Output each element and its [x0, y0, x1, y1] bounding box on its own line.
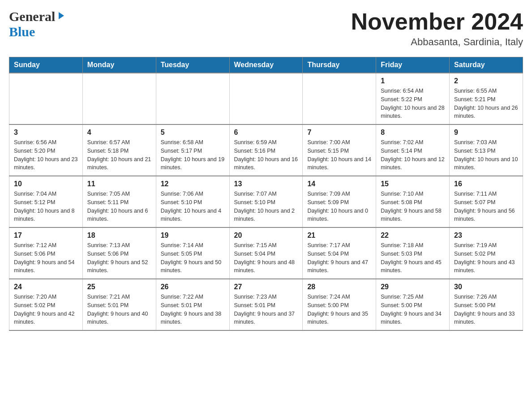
day-number: 21	[307, 231, 371, 240]
day-number: 7	[307, 128, 371, 137]
day-number: 2	[454, 77, 518, 85]
day-info: Sunrise: 7:15 AMSunset: 5:04 PMDaylight:…	[234, 241, 298, 275]
calendar-cell-w1-d1	[9, 73, 83, 124]
calendar-cell-w2-d4: 6Sunrise: 6:59 AMSunset: 5:16 PMDaylight…	[229, 124, 303, 176]
day-number: 23	[454, 231, 518, 240]
day-number: 11	[87, 180, 151, 188]
calendar-cell-w5-d1: 24Sunrise: 7:20 AMSunset: 5:02 PMDayligh…	[9, 279, 83, 330]
day-info: Sunrise: 7:05 AMSunset: 5:11 PMDaylight:…	[87, 190, 151, 223]
day-info: Sunrise: 7:06 AMSunset: 5:10 PMDaylight:…	[161, 190, 225, 223]
calendar-cell-w5-d5: 28Sunrise: 7:24 AMSunset: 5:00 PMDayligh…	[303, 279, 376, 330]
header-monday: Monday	[82, 57, 156, 73]
calendar-cell-w2-d7: 9Sunrise: 7:03 AMSunset: 5:13 PMDaylight…	[450, 124, 523, 176]
day-info: Sunrise: 7:20 AMSunset: 5:02 PMDaylight:…	[14, 293, 78, 326]
day-info: Sunrise: 7:25 AMSunset: 5:00 PMDaylight:…	[381, 293, 445, 326]
day-info: Sunrise: 7:21 AMSunset: 5:01 PMDaylight:…	[87, 293, 151, 326]
calendar-cell-w3-d3: 12Sunrise: 7:06 AMSunset: 5:10 PMDayligh…	[156, 176, 229, 227]
day-info: Sunrise: 7:02 AMSunset: 5:14 PMDaylight:…	[381, 138, 445, 172]
calendar-cell-w1-d7: 2Sunrise: 6:55 AMSunset: 5:21 PMDaylight…	[450, 73, 523, 124]
day-info: Sunrise: 7:14 AMSunset: 5:05 PMDaylight:…	[161, 241, 225, 275]
day-info: Sunrise: 7:22 AMSunset: 5:01 PMDaylight:…	[161, 293, 225, 326]
day-number: 29	[381, 283, 445, 291]
day-number: 5	[161, 128, 225, 137]
day-number: 13	[234, 180, 298, 188]
day-info: Sunrise: 7:13 AMSunset: 5:06 PMDaylight:…	[87, 241, 151, 275]
calendar-cell-w2-d5: 7Sunrise: 7:00 AMSunset: 5:15 PMDaylight…	[303, 124, 376, 176]
day-info: Sunrise: 6:56 AMSunset: 5:20 PMDaylight:…	[14, 138, 78, 172]
calendar-cell-w4-d4: 20Sunrise: 7:15 AMSunset: 5:04 PMDayligh…	[229, 227, 303, 279]
logo-arrow-icon	[56, 11, 66, 22]
calendar-cell-w1-d3	[156, 73, 229, 124]
week-row-3: 10Sunrise: 7:04 AMSunset: 5:12 PMDayligh…	[9, 176, 523, 227]
day-info: Sunrise: 7:11 AMSunset: 5:07 PMDaylight:…	[454, 190, 518, 223]
logo-general: General	[9, 9, 55, 24]
header-sunday: Sunday	[9, 57, 83, 73]
day-number: 3	[14, 128, 78, 137]
logo-blue: Blue	[9, 24, 35, 39]
day-number: 24	[14, 283, 78, 291]
day-info: Sunrise: 7:10 AMSunset: 5:08 PMDaylight:…	[381, 190, 445, 223]
calendar-cell-w2-d1: 3Sunrise: 6:56 AMSunset: 5:20 PMDaylight…	[9, 124, 83, 176]
week-row-4: 17Sunrise: 7:12 AMSunset: 5:06 PMDayligh…	[9, 227, 523, 279]
calendar-cell-w3-d7: 16Sunrise: 7:11 AMSunset: 5:07 PMDayligh…	[450, 176, 523, 227]
day-info: Sunrise: 7:23 AMSunset: 5:01 PMDaylight:…	[234, 293, 298, 326]
calendar-cell-w2-d2: 4Sunrise: 6:57 AMSunset: 5:18 PMDaylight…	[82, 124, 156, 176]
day-info: Sunrise: 7:26 AMSunset: 5:00 PMDaylight:…	[454, 293, 518, 326]
day-info: Sunrise: 7:19 AMSunset: 5:02 PMDaylight:…	[454, 241, 518, 275]
day-number: 19	[161, 231, 225, 240]
logo: General Blue	[9, 9, 66, 39]
calendar-cell-w4-d2: 18Sunrise: 7:13 AMSunset: 5:06 PMDayligh…	[82, 227, 156, 279]
day-number: 22	[381, 231, 445, 240]
day-number: 10	[14, 180, 78, 188]
calendar-cell-w5-d3: 26Sunrise: 7:22 AMSunset: 5:01 PMDayligh…	[156, 279, 229, 330]
day-info: Sunrise: 7:17 AMSunset: 5:04 PMDaylight:…	[307, 241, 371, 275]
day-info: Sunrise: 6:55 AMSunset: 5:21 PMDaylight:…	[454, 87, 518, 120]
day-info: Sunrise: 7:03 AMSunset: 5:13 PMDaylight:…	[454, 138, 518, 172]
day-number: 1	[381, 77, 445, 85]
title-area: November 2024 Abbasanta, Sardinia, Italy	[351, 9, 523, 48]
calendar-cell-w3-d2: 11Sunrise: 7:05 AMSunset: 5:11 PMDayligh…	[82, 176, 156, 227]
header-saturday: Saturday	[450, 57, 523, 73]
calendar-cell-w4-d6: 22Sunrise: 7:18 AMSunset: 5:03 PMDayligh…	[376, 227, 450, 279]
calendar-cell-w2-d6: 8Sunrise: 7:02 AMSunset: 5:14 PMDaylight…	[376, 124, 450, 176]
calendar-cell-w1-d5	[303, 73, 376, 124]
header-thursday: Thursday	[303, 57, 376, 73]
svg-marker-0	[59, 12, 64, 19]
day-number: 28	[307, 283, 371, 291]
calendar-cell-w1-d2	[82, 73, 156, 124]
header-friday: Friday	[376, 57, 450, 73]
calendar-cell-w5-d4: 27Sunrise: 7:23 AMSunset: 5:01 PMDayligh…	[229, 279, 303, 330]
day-number: 17	[14, 231, 78, 240]
calendar-header-row: Sunday Monday Tuesday Wednesday Thursday…	[9, 57, 523, 73]
week-row-1: 1Sunrise: 6:54 AMSunset: 5:22 PMDaylight…	[9, 73, 523, 124]
day-info: Sunrise: 7:18 AMSunset: 5:03 PMDaylight:…	[381, 241, 445, 275]
header-tuesday: Tuesday	[156, 57, 229, 73]
calendar-table: Sunday Monday Tuesday Wednesday Thursday…	[9, 57, 523, 331]
week-row-2: 3Sunrise: 6:56 AMSunset: 5:20 PMDaylight…	[9, 124, 523, 176]
day-number: 12	[161, 180, 225, 188]
calendar-cell-w5-d2: 25Sunrise: 7:21 AMSunset: 5:01 PMDayligh…	[82, 279, 156, 330]
day-number: 4	[87, 128, 151, 137]
day-info: Sunrise: 7:04 AMSunset: 5:12 PMDaylight:…	[14, 190, 78, 223]
day-info: Sunrise: 7:07 AMSunset: 5:10 PMDaylight:…	[234, 190, 298, 223]
header-wednesday: Wednesday	[229, 57, 303, 73]
page-header: General Blue November 2024 Abbasanta, Sa…	[9, 9, 523, 48]
day-number: 14	[307, 180, 371, 188]
day-info: Sunrise: 6:57 AMSunset: 5:18 PMDaylight:…	[87, 138, 151, 172]
day-info: Sunrise: 7:24 AMSunset: 5:00 PMDaylight:…	[307, 293, 371, 326]
day-info: Sunrise: 6:59 AMSunset: 5:16 PMDaylight:…	[234, 138, 298, 172]
day-number: 26	[161, 283, 225, 291]
day-info: Sunrise: 7:12 AMSunset: 5:06 PMDaylight:…	[14, 241, 78, 275]
calendar-cell-w4-d3: 19Sunrise: 7:14 AMSunset: 5:05 PMDayligh…	[156, 227, 229, 279]
calendar-cell-w3-d1: 10Sunrise: 7:04 AMSunset: 5:12 PMDayligh…	[9, 176, 83, 227]
day-number: 15	[381, 180, 445, 188]
week-row-5: 24Sunrise: 7:20 AMSunset: 5:02 PMDayligh…	[9, 279, 523, 330]
calendar-cell-w3-d6: 15Sunrise: 7:10 AMSunset: 5:08 PMDayligh…	[376, 176, 450, 227]
day-info: Sunrise: 6:54 AMSunset: 5:22 PMDaylight:…	[381, 87, 445, 120]
day-info: Sunrise: 7:09 AMSunset: 5:09 PMDaylight:…	[307, 190, 371, 223]
day-number: 25	[87, 283, 151, 291]
month-title: November 2024	[351, 9, 523, 34]
calendar-cell-w5-d6: 29Sunrise: 7:25 AMSunset: 5:00 PMDayligh…	[376, 279, 450, 330]
day-number: 30	[454, 283, 518, 291]
calendar-cell-w5-d7: 30Sunrise: 7:26 AMSunset: 5:00 PMDayligh…	[450, 279, 523, 330]
